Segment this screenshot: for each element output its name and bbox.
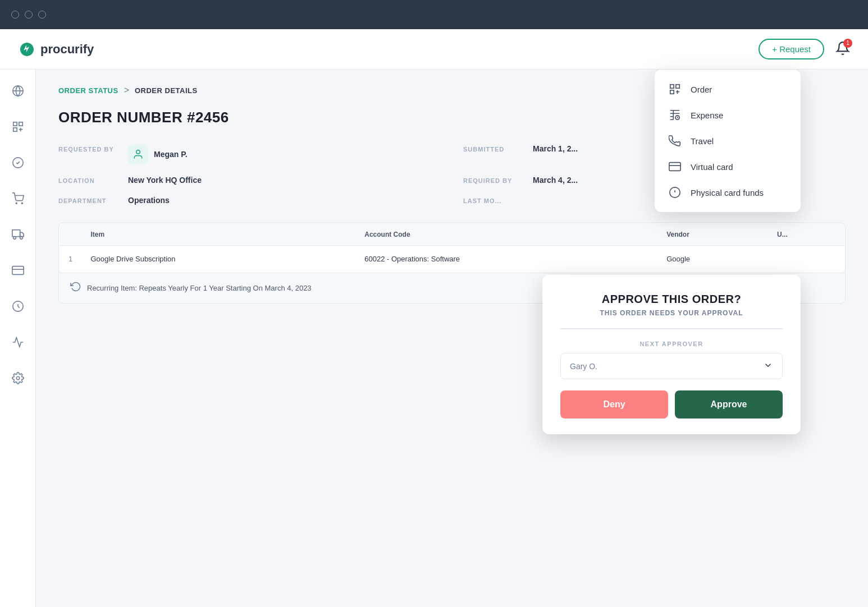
physical-card-icon (667, 186, 683, 199)
col-header-num (60, 224, 82, 246)
requester-avatar (128, 144, 148, 164)
order-table: Item Account Code Vendor U... 1 Google D… (59, 223, 845, 273)
deny-button[interactable]: Deny (560, 390, 668, 419)
submitted-label: SUBMITTED (463, 144, 525, 153)
request-button[interactable]: + Request (759, 39, 824, 59)
department-row: DEPARTMENT Operations (58, 196, 441, 205)
svg-rect-19 (670, 90, 674, 94)
dropdown-item-travel[interactable]: Travel (655, 128, 801, 154)
svg-rect-23 (669, 163, 680, 171)
department-value: Operations (128, 196, 170, 205)
svg-rect-12 (12, 266, 23, 275)
notification-bell[interactable]: 1 (835, 41, 850, 58)
dropdown-item-expense[interactable]: Expense (655, 102, 801, 128)
row-unit (768, 246, 844, 273)
order-icon (667, 83, 683, 95)
modal-title: APPROVE THIS ORDER? (560, 293, 783, 306)
sidebar-item-approve[interactable] (8, 153, 28, 173)
svg-point-6 (16, 203, 17, 204)
approve-modal: APPROVE THIS ORDER? THIS ORDER NEEDS YOU… (542, 275, 801, 434)
dropdown-physical-card-label: Physical card funds (691, 188, 764, 197)
dropdown-item-virtual-card[interactable]: Virtual card (655, 154, 801, 180)
sidebar-item-shipping[interactable] (8, 224, 28, 245)
requested-by-row: REQUESTED BY Megan P. (58, 144, 441, 164)
svg-rect-4 (13, 128, 16, 131)
recurring-icon (70, 281, 81, 295)
svg-rect-8 (12, 230, 20, 237)
breadcrumb-parent[interactable]: ORDER STATUS (58, 86, 118, 95)
logo-icon (18, 40, 36, 58)
col-header-vendor: Vendor (657, 224, 768, 246)
required-by-label: REQUIRED BY (463, 176, 525, 184)
svg-rect-2 (13, 122, 16, 126)
col-header-unit: U... (768, 224, 844, 246)
modal-actions: Deny Approve (560, 390, 783, 419)
dropdown-travel-label: Travel (691, 136, 714, 146)
requested-by-label: REQUESTED BY (58, 144, 120, 153)
approve-button[interactable]: Approve (675, 390, 783, 419)
row-item: Google Drive Subscription (82, 246, 356, 273)
submitted-value: March 1, 2... (533, 144, 578, 153)
svg-rect-3 (19, 122, 22, 126)
requester-name: Megan P. (154, 150, 188, 159)
col-header-account: Account Code (355, 224, 657, 246)
nav-right: + Request 1 (759, 39, 850, 59)
sidebar-item-card[interactable] (8, 260, 28, 280)
row-vendor: Google (657, 246, 768, 273)
svg-point-16 (136, 150, 140, 154)
dropdown-item-physical-card[interactable]: Physical card funds (655, 180, 801, 205)
svg-rect-18 (676, 85, 679, 88)
sidebar-item-reports[interactable] (8, 332, 28, 352)
dropdown-item-order[interactable]: Order (655, 76, 801, 102)
top-nav: procurify + Request 1 (0, 29, 868, 70)
sidebar-item-analytics[interactable] (8, 296, 28, 316)
next-approver-value: Gary O. (570, 362, 597, 371)
location-label: LOCATION (58, 176, 120, 184)
window-dot-2[interactable] (25, 11, 33, 19)
virtual-card-icon (667, 160, 683, 173)
logo-text: procurify (40, 42, 94, 57)
sidebar (0, 70, 36, 607)
svg-point-15 (16, 376, 20, 380)
chevron-down-icon (763, 360, 773, 372)
svg-point-10 (13, 237, 16, 240)
notification-badge: 1 (843, 39, 852, 48)
svg-point-7 (21, 203, 22, 204)
modal-subtitle: THIS ORDER NEEDS YOUR APPROVAL (560, 309, 783, 329)
breadcrumb-separator: > (124, 85, 129, 95)
svg-rect-17 (670, 85, 674, 88)
window-dot-3[interactable] (38, 11, 46, 19)
title-bar (0, 0, 868, 29)
sidebar-item-settings[interactable] (8, 368, 28, 388)
requested-by-value: Megan P. (128, 144, 188, 164)
next-approver-label: NEXT APPROVER (560, 341, 783, 347)
next-approver-select[interactable]: Gary O. (560, 353, 783, 379)
department-label: DEPARTMENT (58, 196, 120, 204)
request-dropdown: Order Expense Travel Virtual card Physic… (655, 70, 801, 212)
svg-marker-9 (20, 232, 23, 236)
location-row: LOCATION New York HQ Office (58, 176, 441, 185)
svg-point-11 (20, 237, 22, 240)
location-value: New York HQ Office (128, 176, 202, 185)
table-row: 1 Google Drive Subscription 60022 - Oper… (60, 246, 845, 273)
sidebar-item-orders[interactable] (8, 117, 28, 137)
required-by-value: March 4, 2... (533, 176, 578, 185)
expense-icon (667, 109, 683, 121)
logo: procurify (18, 40, 94, 58)
dropdown-expense-label: Expense (691, 111, 723, 120)
travel-icon (667, 135, 683, 147)
last-modified-label: LAST MO... (463, 196, 525, 204)
dropdown-order-label: Order (691, 85, 712, 94)
row-account-code: 60022 - Operations: Software (355, 246, 657, 273)
window-dot-1[interactable] (11, 11, 19, 19)
sidebar-item-globe[interactable] (8, 81, 28, 101)
row-num: 1 (60, 246, 82, 273)
breadcrumb-current: ORDER DETAILS (135, 86, 198, 95)
sidebar-item-cart[interactable] (8, 188, 28, 209)
col-header-item: Item (82, 224, 356, 246)
dropdown-virtual-card-label: Virtual card (691, 162, 733, 172)
recurring-text: Recurring Item: Repeats Yearly For 1 Yea… (87, 284, 312, 292)
